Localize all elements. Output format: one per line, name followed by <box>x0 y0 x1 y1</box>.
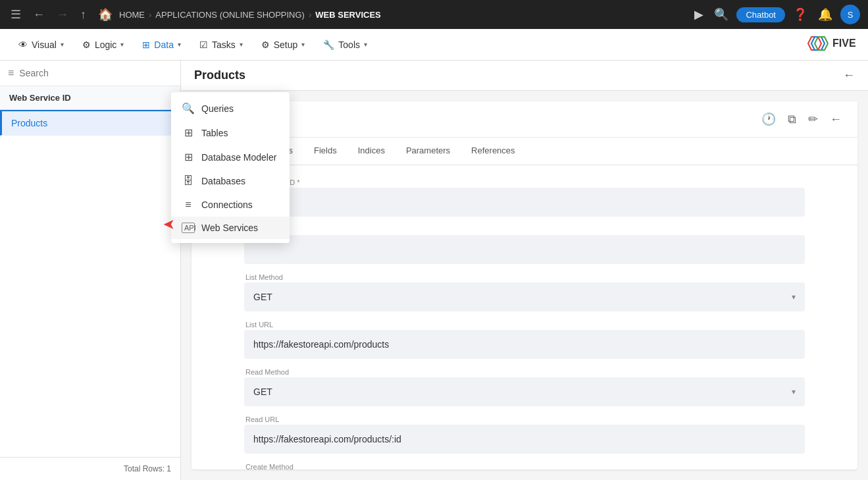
menu-data-label: Data <box>154 40 174 50</box>
menu-visual-label: Visual <box>32 40 57 50</box>
dropdown-item-tables[interactable]: ⊞ Tables <box>171 120 290 145</box>
data-arrow: ▾ <box>178 41 181 48</box>
field-label-create-method: Create Method <box>244 463 805 469</box>
red-arrow-indicator: ➤ <box>163 216 175 233</box>
menu-item-setup[interactable]: ⚙ Setup ▾ <box>253 36 313 54</box>
dropdown-item-connections[interactable]: ≡ Connections <box>171 193 290 217</box>
edit-icon[interactable]: ✏ <box>805 109 821 129</box>
field-group-create-method: Create Method POST ▾ <box>244 463 805 469</box>
back-icon[interactable]: ← <box>30 5 47 24</box>
play-icon[interactable]: ▶ <box>692 5 706 24</box>
bell-icon[interactable]: 🔔 <box>815 5 835 24</box>
dropdown-item-database-modeler[interactable]: ⊞ Database Modeler <box>171 145 290 169</box>
logic-icon: ⚙ <box>82 40 91 50</box>
setup-arrow: ▾ <box>301 41 305 48</box>
forward-icon[interactable]: → <box>54 5 71 24</box>
main-layout: ≡ Web Service ID Products Total Rows: 1 … <box>0 61 868 480</box>
tools-icon: 🔧 <box>323 40 334 50</box>
visual-icon: 👁 <box>18 40 28 50</box>
tasks-arrow: ▾ <box>240 41 243 48</box>
menu-item-tasks[interactable]: ☑ Tasks ▾ <box>191 36 251 54</box>
dropdown-menu: 🔍 Queries ⊞ Tables ⊞ Database Modeler 🗄 … <box>171 92 290 243</box>
home-label[interactable]: HOME <box>119 10 145 20</box>
logic-arrow: ▾ <box>120 41 124 48</box>
menu-logic-label: Logic <box>95 40 116 50</box>
home-icon: 🏠 <box>95 5 115 24</box>
history-icon[interactable]: 🕐 <box>759 109 779 129</box>
field-value-list-method[interactable]: GET ▾ <box>244 282 805 311</box>
search-bar: ≡ <box>0 61 180 86</box>
top-bar-left: ☰ ← → ↑ 🏠 HOME › APPLICATIONS (ONLINE SH… <box>8 5 686 24</box>
field-group-data-type: Data Type <box>244 226 805 264</box>
field-value-read-url[interactable]: https://fakestoreapi.com/products/:id <box>244 425 805 454</box>
svg-text:FIVE: FIVE <box>832 38 856 49</box>
field-group-data-source-id: Data Source ID * Products <box>244 178 805 217</box>
app-label[interactable]: APPLICATIONS (ONLINE SHOPPING) <box>155 10 305 20</box>
form-panel: Products 🕐 ⧉ ✏ ← General Events Fields <box>191 101 857 469</box>
tabs-bar: General Events Fields Indices Parameters… <box>191 138 857 165</box>
field-value-read-method[interactable]: GET ▾ <box>244 377 805 406</box>
dropdown-label-web-services: Web Services <box>201 223 258 233</box>
tab-fields[interactable]: Fields <box>303 138 347 165</box>
queries-icon: 🔍 <box>182 102 195 115</box>
field-group-read-method: Read Method GET ▾ <box>244 368 805 406</box>
menu-item-data[interactable]: ⊞ Data ▾ <box>134 36 189 54</box>
content-header: Products ← <box>181 61 868 91</box>
top-bar: ☰ ← → ↑ 🏠 HOME › APPLICATIONS (ONLINE SH… <box>0 0 868 29</box>
dropdown-label-database-modeler: Database Modeler <box>201 152 276 163</box>
menu-icon[interactable]: ☰ <box>8 5 24 24</box>
connections-icon: ≡ <box>182 199 195 211</box>
search-input[interactable] <box>19 68 172 78</box>
menu-tools-label: Tools <box>338 40 360 50</box>
field-label-data-type: Data Type <box>244 226 805 234</box>
tasks-icon: ☑ <box>199 40 208 50</box>
menu-item-tools[interactable]: 🔧 Tools ▾ <box>315 36 375 54</box>
svg-marker-1 <box>811 37 825 50</box>
search-global-icon[interactable]: 🔍 <box>711 5 731 24</box>
help-icon[interactable]: ❓ <box>790 5 810 24</box>
form-panel-header: Products 🕐 ⧉ ✏ ← <box>191 101 857 138</box>
field-label-read-url: Read URL <box>244 415 805 423</box>
menu-setup-label: Setup <box>274 40 298 50</box>
top-bar-right: ▶ 🔍 Chatbot ❓ 🔔 S <box>692 5 860 24</box>
menu-tasks-label: Tasks <box>212 40 236 50</box>
tab-parameters[interactable]: Parameters <box>396 138 461 165</box>
dropdown-item-web-services[interactable]: API Web Services <box>171 217 290 239</box>
avatar[interactable]: S <box>840 5 860 24</box>
field-group-list-method: List Method GET ▾ <box>244 273 805 311</box>
chatbot-button[interactable]: Chatbot <box>736 7 785 22</box>
menu-item-visual[interactable]: 👁 Visual ▾ <box>11 36 72 54</box>
menu-item-logic[interactable]: ⚙ Logic ▾ <box>74 36 132 54</box>
dropdown-item-databases[interactable]: 🗄 Databases <box>171 169 290 193</box>
field-value-list-url[interactable]: https://fakestoreapi.com/products <box>244 330 805 359</box>
tab-indices[interactable]: Indices <box>347 138 396 165</box>
field-value-data-type[interactable] <box>244 235 805 264</box>
sidebar-column-header: Web Service ID <box>0 86 180 110</box>
tab-references[interactable]: References <box>461 138 525 165</box>
field-label-read-method: Read Method <box>244 368 805 376</box>
menu-bar: 👁 Visual ▾ ⚙ Logic ▾ ⊞ Data ▾ ☑ Tasks ▾ … <box>0 29 868 61</box>
breadcrumb-sep-1: › <box>149 10 151 20</box>
dropdown-label-queries: Queries <box>201 103 234 114</box>
form-back-icon[interactable]: ← <box>827 110 844 129</box>
dropdown-item-queries[interactable]: 🔍 Queries <box>171 96 290 120</box>
breadcrumb: 🏠 HOME › APPLICATIONS (ONLINE SHOPPING) … <box>95 5 381 24</box>
database-modeler-icon: ⊞ <box>182 151 195 163</box>
tables-icon: ⊞ <box>182 126 195 139</box>
field-label-list-url: List URL <box>244 321 805 329</box>
breadcrumb-sep-2: › <box>309 10 311 20</box>
up-icon[interactable]: ↑ <box>78 5 89 24</box>
visual-arrow: ▾ <box>61 41 64 48</box>
search-icon: ≡ <box>8 67 14 79</box>
content-back-icon[interactable]: ← <box>843 68 855 82</box>
copy-icon[interactable]: ⧉ <box>785 110 799 129</box>
sidebar-item-products[interactable]: Products <box>0 111 180 136</box>
form-panel-actions: 🕐 ⧉ ✏ ← <box>759 109 844 129</box>
field-group-list-url: List URL https://fakestoreapi.com/produc… <box>244 321 805 359</box>
sidebar-footer: Total Rows: 1 <box>0 457 180 480</box>
data-icon: ⊞ <box>142 40 150 50</box>
page-title: Products <box>194 68 245 82</box>
field-value-data-source-id[interactable]: Products <box>244 188 805 217</box>
tools-arrow: ▾ <box>364 41 367 48</box>
read-method-chevron: ▾ <box>792 387 796 396</box>
